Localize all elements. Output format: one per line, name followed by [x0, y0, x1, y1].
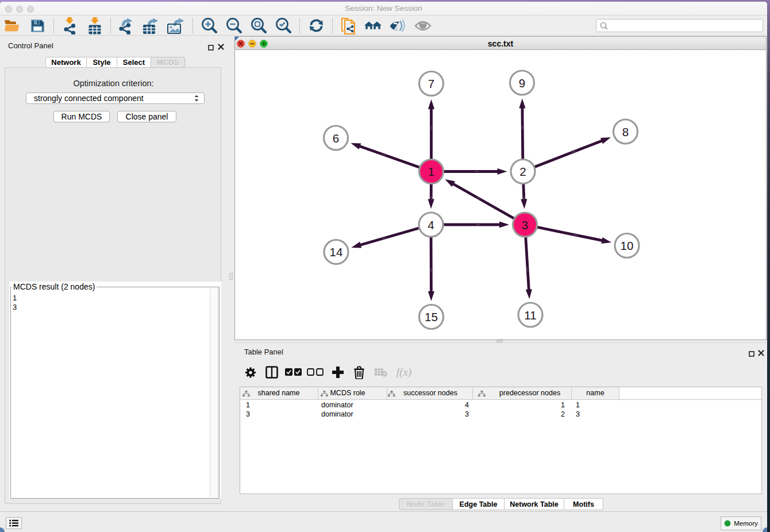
svg-text:1: 1 [428, 165, 434, 178]
svg-text:9: 9 [519, 76, 525, 90]
svg-text:6: 6 [333, 132, 339, 145]
svg-text:15: 15 [425, 310, 438, 323]
svg-text:3: 3 [522, 218, 528, 232]
svg-text:7: 7 [428, 77, 434, 90]
svg-text:11: 11 [524, 309, 536, 322]
svg-text:4: 4 [428, 218, 434, 232]
svg-text:2: 2 [519, 165, 526, 178]
svg-text:8: 8 [622, 125, 629, 138]
svg-text:10: 10 [621, 239, 634, 252]
svg-text:14: 14 [330, 245, 343, 259]
